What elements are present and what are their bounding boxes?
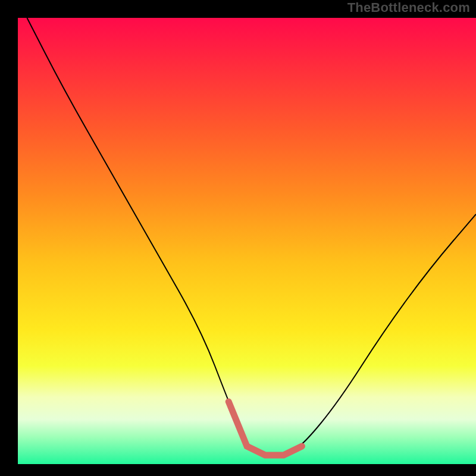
chart-frame: TheBottleneck.com [0,0,476,476]
watermark-label: TheBottleneck.com [347,0,470,15]
bottleneck-chart [0,0,476,476]
plot-background [18,18,476,464]
